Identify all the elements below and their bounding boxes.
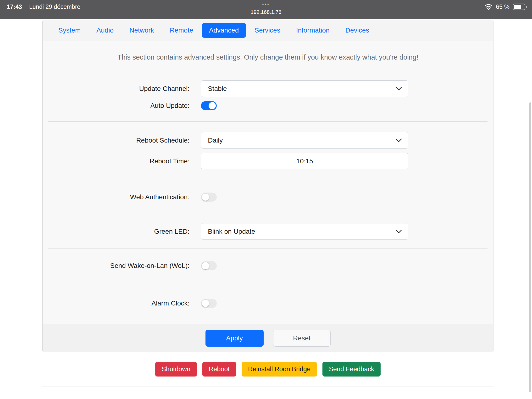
reinstall-roon-bridge-button[interactable]: Reinstall Roon Bridge: [242, 362, 317, 377]
status-left: 17:43 Lundi 29 décembre: [7, 3, 80, 10]
row-green-led: Green LED: Blink on Update: [48, 223, 488, 240]
ellipsis-icon: •••: [262, 2, 270, 7]
chevron-down-icon: [396, 230, 402, 234]
ios-status-bar: 17:43 Lundi 29 décembre ••• 192.168.1.76…: [0, 0, 532, 19]
status-right: 65 %: [484, 3, 525, 10]
chevron-down-icon: [396, 139, 402, 142]
update-channel-label: Update Channel:: [48, 85, 190, 93]
section-green-led: Green LED: Blink on Update: [48, 214, 488, 248]
reboot-schedule-select[interactable]: Daily: [201, 132, 408, 149]
row-reboot-schedule: Reboot Schedule: Daily: [48, 132, 488, 149]
battery-percent: 65 %: [496, 3, 510, 10]
reboot-button[interactable]: Reboot: [202, 362, 236, 377]
wifi-icon: [484, 4, 493, 10]
reboot-schedule-label: Reboot Schedule:: [48, 137, 190, 144]
section-update: This section contains advanced settings.…: [48, 41, 488, 121]
row-alarm-clock: Alarm Clock:: [48, 299, 488, 308]
tab-bar: System Audio Network Remote Advanced Ser…: [43, 20, 493, 41]
green-led-select[interactable]: Blink on Update: [201, 223, 408, 240]
tab-audio[interactable]: Audio: [89, 23, 121, 38]
reboot-time-label: Reboot Time:: [48, 157, 190, 165]
wake-on-lan-label: Send Wake-on-Lan (WoL):: [48, 262, 190, 270]
section-reboot: Reboot Schedule: Daily Reboot Time:: [48, 121, 488, 180]
reboot-schedule-value: Daily: [208, 137, 223, 144]
shutdown-button[interactable]: Shutdown: [155, 362, 197, 377]
advanced-warning-note: This section contains advanced settings.…: [48, 53, 488, 61]
row-reboot-time: Reboot Time:: [48, 153, 488, 169]
apply-button[interactable]: Apply: [205, 330, 264, 347]
row-wake-on-lan: Send Wake-on-Lan (WoL):: [48, 261, 488, 270]
clock-date: Lundi 29 décembre: [29, 3, 80, 10]
tab-advanced[interactable]: Advanced: [202, 23, 246, 38]
section-alarm-clock: Alarm Clock:: [48, 283, 488, 324]
advanced-panel: This section contains advanced settings.…: [43, 41, 493, 324]
green-led-value: Blink on Update: [208, 228, 255, 235]
address-host: 192.168.1.76: [251, 9, 281, 15]
section-web-auth: Web Authentication:: [48, 180, 488, 214]
wake-on-lan-toggle[interactable]: [201, 261, 217, 270]
reset-button[interactable]: Reset: [273, 330, 331, 347]
green-led-label: Green LED:: [48, 228, 190, 235]
row-auto-update: Auto Update:: [48, 101, 488, 110]
alarm-clock-toggle[interactable]: [201, 299, 217, 308]
scrollbar[interactable]: [529, 102, 531, 392]
clock-time: 17:43: [7, 3, 22, 10]
tab-information[interactable]: Information: [289, 23, 337, 38]
auto-update-label: Auto Update:: [48, 102, 190, 110]
auto-update-toggle[interactable]: [201, 101, 217, 110]
device-actions: Shutdown Reboot Reinstall Roon Bridge Se…: [42, 362, 494, 377]
reboot-time-input[interactable]: [201, 153, 408, 169]
battery-icon: [513, 4, 525, 10]
settings-card: System Audio Network Remote Advanced Ser…: [42, 20, 494, 352]
tab-network[interactable]: Network: [122, 23, 161, 38]
tab-services[interactable]: Services: [247, 23, 287, 38]
row-update-channel: Update Channel: Stable: [48, 80, 488, 97]
send-feedback-button[interactable]: Send Feedback: [323, 362, 380, 377]
status-center: ••• 192.168.1.76: [251, 2, 281, 15]
bottom-divider: [42, 386, 494, 387]
update-channel-value: Stable: [208, 85, 227, 93]
tab-devices[interactable]: Devices: [338, 23, 377, 38]
row-web-authentication: Web Authentication:: [48, 193, 488, 202]
tab-remote[interactable]: Remote: [163, 23, 200, 38]
web-authentication-toggle[interactable]: [201, 193, 217, 202]
tab-system[interactable]: System: [51, 23, 88, 38]
web-authentication-label: Web Authentication:: [48, 193, 190, 201]
chevron-down-icon: [396, 87, 402, 91]
form-footer: Apply Reset: [43, 324, 493, 352]
update-channel-select[interactable]: Stable: [201, 80, 408, 97]
section-wol: Send Wake-on-Lan (WoL):: [48, 248, 488, 283]
alarm-clock-label: Alarm Clock:: [48, 299, 190, 307]
